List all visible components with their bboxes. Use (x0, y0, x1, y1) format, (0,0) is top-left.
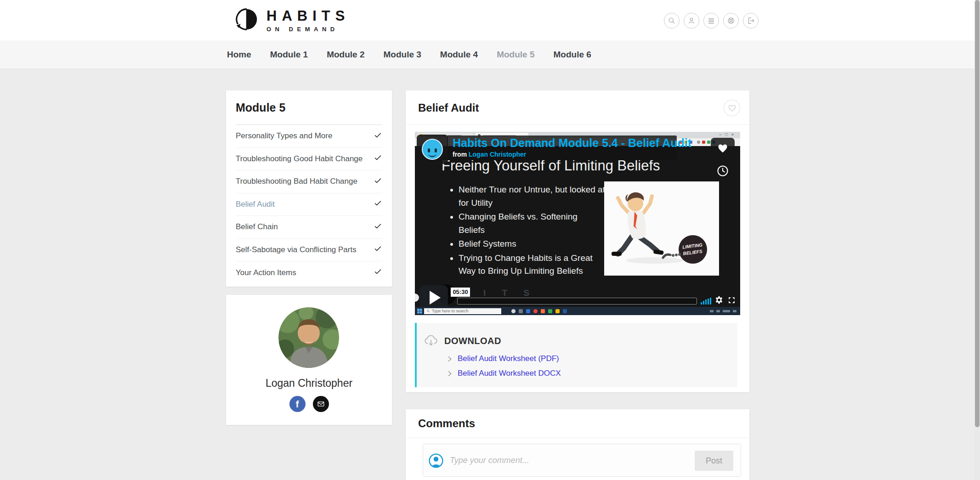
taskbar-search-box: Type here to search (424, 308, 501, 314)
logo-text: HABITS ON DEMAND (266, 8, 350, 33)
video-timestamp: 05:30 (451, 288, 470, 297)
logo-subtitle: ON DEMAND (266, 26, 350, 33)
post-button[interactable]: Post (695, 451, 733, 471)
nav-item-module-6[interactable]: Module 6 (554, 50, 591, 60)
download-link-docx[interactable]: Belief Audit Worksheet DOCX (446, 369, 561, 378)
avatar (278, 307, 339, 368)
download-heading: DOWNLOAD (444, 336, 501, 346)
lesson-row-personality-types[interactable]: Personality Types and More (236, 125, 382, 148)
video-overlay-titlebar: Habits On Demand Module 5.4 - Belief Aud… (447, 136, 677, 160)
lesson-row-belief-chain[interactable]: Belief Chain (236, 216, 382, 239)
main-nav: Home Module 1 Module 2 Module 3 Module 4… (0, 40, 974, 69)
check-icon (374, 267, 382, 278)
bookmark-icon (707, 141, 710, 144)
page: HABITS ON DEMAND Home Module (0, 0, 980, 480)
comment-compose-box: Post (423, 444, 741, 477)
page-scrollbar[interactable] (974, 0, 980, 480)
lesson-row-troubleshooting-good[interactable]: Troubleshooting Good Habit Change (236, 148, 382, 171)
comment-input[interactable] (450, 444, 647, 476)
scrollbar-thumb[interactable] (975, 0, 980, 427)
header-icons (664, 13, 759, 28)
chevron-right-icon (446, 356, 453, 362)
watch-later-icon[interactable] (712, 161, 734, 181)
slide-illustration: LIMITING BELIEFS (604, 181, 719, 276)
lesson-title: Belief Audit (418, 102, 479, 114)
windows-start-icon (417, 309, 422, 314)
download-section: DOWNLOAD Belief Audit Worksheet (PDF) Be… (415, 323, 737, 387)
video-author-avatar[interactable] (417, 135, 448, 164)
logo-icon (233, 6, 260, 34)
taskbar-search-text: Type here to search (432, 309, 469, 313)
nav-item-module-1[interactable]: Module 1 (270, 50, 308, 60)
lesson-row-your-action-items[interactable]: Your Action Items (236, 261, 382, 284)
slide-bullet: Trying to Change Habits is a Great Way t… (459, 252, 606, 278)
check-icon (374, 244, 382, 255)
facebook-icon[interactable]: f (289, 396, 306, 412)
bookmark-icon (702, 141, 705, 144)
instructor-name: Logan Christopher (226, 377, 392, 390)
lesson-row-self-sabotage[interactable]: Self-Sabotage via Conflicting Parts (236, 239, 382, 262)
search-icon[interactable] (664, 13, 680, 28)
video-author-link[interactable]: Logan Christopher (469, 151, 526, 158)
play-button[interactable] (419, 285, 448, 310)
module-title: Module 5 (236, 90, 382, 114)
slide-bullet: Changing Beliefs vs. Softening Beliefs (459, 210, 606, 237)
logo: HABITS ON DEMAND (233, 6, 350, 34)
video-like-button[interactable] (711, 138, 735, 159)
screencast-taskbar: Type here to search (415, 307, 740, 315)
logo-title: HABITS (266, 8, 350, 24)
bookmark-icon (697, 141, 700, 144)
logout-icon[interactable] (743, 13, 759, 28)
taskbar-tray (710, 310, 736, 312)
comments-heading: Comments (406, 409, 749, 430)
help-icon[interactable] (723, 13, 739, 28)
video-player[interactable]: –□× Habits On Demand Mo (415, 132, 740, 315)
divider (406, 438, 749, 438)
profile-icon[interactable] (684, 13, 699, 28)
social-links: f (226, 396, 392, 412)
comments-card: Comments Post (406, 409, 749, 480)
watermark-text: B I T S (461, 288, 536, 298)
nav-item-module-2[interactable]: Module 2 (327, 50, 364, 60)
cloud-download-icon (423, 333, 439, 350)
check-icon (374, 153, 382, 164)
slide-bullet: Neither True nor Untrue, but looked at f… (459, 183, 606, 209)
fullscreen-icon[interactable] (728, 296, 736, 306)
check-icon (374, 199, 382, 209)
window-controls: –□× (719, 132, 737, 137)
lesson-card: Belief Audit –□× (406, 90, 749, 392)
favorite-heart-icon[interactable] (724, 100, 740, 116)
slide-bullet-list: Neither True nor Untrue, but looked at f… (459, 183, 606, 279)
email-icon[interactable] (313, 396, 329, 412)
slide-bullet: Belief Systems (459, 237, 606, 251)
video-byline: from Logan Christopher (453, 151, 671, 158)
progress-bar[interactable] (457, 298, 697, 305)
settings-gear-icon[interactable] (714, 295, 724, 306)
lesson-row-belief-audit[interactable]: Belief Audit (236, 193, 382, 216)
module-outline-card: Module 5 Personality Types and More Trou… (226, 90, 392, 287)
nav-item-module-5[interactable]: Module 5 (497, 50, 534, 60)
header: HABITS ON DEMAND (0, 0, 974, 40)
divider (406, 124, 749, 125)
nav-item-module-3[interactable]: Module 3 (383, 50, 421, 60)
instructor-card: Logan Christopher f (226, 295, 392, 425)
nav-item-home[interactable]: Home (227, 50, 251, 60)
nav-item-module-4[interactable]: Module 4 (440, 50, 478, 60)
taskbar-app-icons (511, 309, 567, 313)
check-icon (374, 176, 382, 187)
video-title[interactable]: Habits On Demand Module 5.4 - Belief Aud… (453, 136, 671, 150)
chevron-right-icon (446, 370, 453, 377)
lesson-row-troubleshooting-bad[interactable]: Troubleshooting Bad Habit Change (236, 170, 382, 193)
volume-icon[interactable] (701, 297, 711, 305)
check-icon (374, 131, 382, 141)
menu-icon[interactable] (703, 13, 719, 28)
download-link-pdf[interactable]: Belief Audit Worksheet (PDF) (446, 354, 559, 363)
check-icon (374, 222, 382, 232)
commenter-avatar-icon (429, 453, 443, 470)
